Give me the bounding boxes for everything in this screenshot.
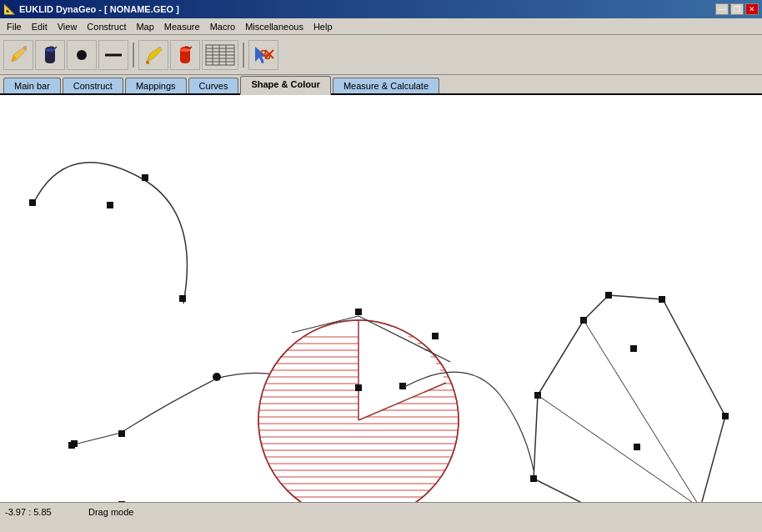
tool-pencil[interactable] <box>3 40 33 70</box>
title-bar-controls[interactable]: — ❐ ✕ <box>715 3 759 15</box>
minimize-button[interactable]: — <box>715 3 729 15</box>
tool-line[interactable] <box>98 40 128 70</box>
menu-help[interactable]: Help <box>308 20 338 33</box>
menu-map[interactable]: Map <box>131 20 158 33</box>
window-title: EUKLID DynaGeo - [ NONAME.GEO ] <box>19 4 179 14</box>
menu-edit[interactable]: Edit <box>27 20 53 33</box>
svg-rect-72 <box>659 296 665 303</box>
menu-miscellaneous[interactable]: Miscellaneous <box>240 20 308 33</box>
tab-main-bar[interactable]: Main bar <box>3 78 61 93</box>
coordinates: -3.97 : 5.85 <box>5 507 72 517</box>
svg-point-6 <box>146 61 149 64</box>
toolbar-separator-2 <box>243 43 244 68</box>
svg-point-7 <box>180 48 190 52</box>
app-icon: 📐 <box>3 3 16 15</box>
restore-button[interactable]: ❐ <box>730 3 744 15</box>
tab-construct[interactable]: Construct <box>63 78 123 93</box>
svg-rect-76 <box>530 475 537 482</box>
svg-point-3 <box>45 48 55 52</box>
svg-rect-22 <box>29 199 36 206</box>
svg-rect-69 <box>118 501 125 502</box>
svg-rect-62 <box>432 333 439 339</box>
title-bar-left: 📐 EUKLID DynaGeo - [ NONAME.GEO ] <box>3 3 179 15</box>
tab-bar: Main bar Construct Mappings Curves Shape… <box>0 75 762 95</box>
main-canvas <box>0 95 762 502</box>
svg-rect-29 <box>71 440 78 447</box>
svg-rect-2 <box>23 46 27 50</box>
svg-rect-24 <box>179 295 186 302</box>
svg-line-81 <box>538 395 700 502</box>
svg-rect-63 <box>355 384 362 391</box>
menu-file[interactable]: File <box>2 20 27 33</box>
tool-bucket-dark[interactable] <box>35 40 65 70</box>
svg-rect-61 <box>355 309 362 315</box>
svg-line-82 <box>584 320 700 502</box>
close-button[interactable]: ✕ <box>745 3 759 15</box>
tool-scissors-arrow[interactable] <box>248 40 278 70</box>
tab-shape-colour[interactable]: Shape & Colour <box>240 76 331 95</box>
svg-rect-71 <box>605 292 612 299</box>
menu-construct[interactable]: Construct <box>82 20 131 33</box>
svg-rect-80 <box>634 444 640 450</box>
menu-measure[interactable]: Measure <box>159 20 205 33</box>
menu-bar: File Edit View Construct Map Measure Mac… <box>0 18 762 35</box>
tool-bucket-red[interactable] <box>170 40 200 70</box>
status-bar: -3.97 : 5.85 Drag mode <box>0 502 762 520</box>
tab-measure-calculate[interactable]: Measure & Calculate <box>333 78 439 93</box>
tab-mappings[interactable]: Mappings <box>125 78 187 93</box>
svg-rect-79 <box>630 345 637 352</box>
tool-paint[interactable] <box>138 40 168 70</box>
svg-point-27 <box>213 373 221 381</box>
toolbar <box>0 35 762 75</box>
svg-point-4 <box>77 50 87 60</box>
toolbar-separator-1 <box>133 43 134 68</box>
canvas-area[interactable] <box>0 95 762 502</box>
tab-curves[interactable]: Curves <box>188 78 239 93</box>
menu-macro[interactable]: Macro <box>205 20 241 33</box>
title-bar: 📐 EUKLID DynaGeo - [ NONAME.GEO ] — ❐ ✕ <box>0 0 762 18</box>
svg-rect-25 <box>142 174 148 181</box>
menu-view[interactable]: View <box>53 20 83 33</box>
svg-point-20 <box>262 50 266 54</box>
tool-grid[interactable] <box>202 40 238 70</box>
tool-dot[interactable] <box>67 40 97 70</box>
svg-marker-17 <box>255 47 267 63</box>
mode-text: Drag mode <box>88 507 133 517</box>
svg-rect-28 <box>118 430 125 437</box>
svg-rect-73 <box>722 413 729 419</box>
svg-rect-23 <box>107 202 113 208</box>
